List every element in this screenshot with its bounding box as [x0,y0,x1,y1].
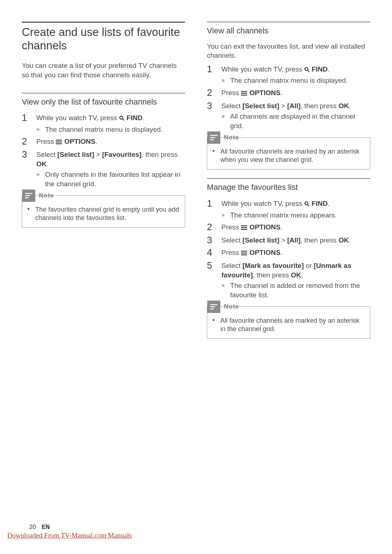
text: While you watch TV, press [36,114,119,122]
text: Press [221,223,241,231]
text: . [349,102,351,110]
text: . [281,89,282,97]
result-arrow-icon: » [221,281,230,300]
page-number: 20 [29,524,36,531]
note-box: Note •All favourite channels are marked … [207,137,370,170]
note-box: Note •All favourite channels are marked … [207,306,370,339]
section-title: View only the list of favourite channels [22,97,185,107]
note-icon [207,301,220,313]
menu-item: [Select list] [242,102,279,110]
note-text: All favourite channels are marked by an … [220,147,365,164]
rule [207,22,370,22]
find-icon [304,65,310,75]
svg-line-23 [308,204,310,206]
bullet-icon: • [212,147,217,164]
result: Only channels in the favourites list app… [45,170,185,188]
step: While you watch TV, press FIND. »The cha… [207,198,370,220]
language-label: EN [42,524,50,530]
result-arrow-icon: » [36,125,45,134]
text: > [279,102,287,110]
step: While you watch TV, press FIND. »The cha… [207,64,370,85]
text: > [94,151,102,158]
steps-list: While you watch TV, press FIND. »The cha… [207,198,370,300]
button-label: OPTIONS [248,89,281,97]
bullet-icon: • [27,205,32,223]
button-label: OK [36,160,47,168]
step: Select [Select list] > [Favourites], the… [22,149,185,189]
text: . [281,249,282,256]
text: Press [221,249,241,256]
menu-item: [Mark as favourite] [242,262,304,269]
main-title: Create and use lists of favourite channe… [22,25,185,52]
download-link[interactable]: Downloaded From TV-Manual.com Manuals [7,531,132,539]
text: Select [36,151,57,158]
text: . [143,114,144,122]
find-icon [119,114,124,123]
button-label: FIND [124,114,143,122]
text: or [304,262,314,269]
rule [22,93,185,93]
button-label: FIND [310,200,328,207]
rule [22,22,185,23]
left-column: Create and use lists of favourite channe… [22,22,185,347]
section-title: View all channels [207,26,370,36]
page-footer: 20 EN Downloaded From TV-Manual.com Manu… [7,531,392,539]
note-label: Note [224,303,239,310]
button-label: OK [339,236,349,244]
note-text: The favourites channel grid is empty unt… [35,205,180,223]
button-label: OPTIONS [62,138,95,145]
note-text: All favourite channels are marked by an … [220,317,365,334]
section-intro: You can exit the favourites list, and vi… [207,42,370,60]
text: Select [221,262,242,269]
options-icon [241,89,248,98]
bullet-icon: • [212,317,217,334]
menu-item: [Select list] [242,236,279,244]
button-label: OK [291,271,301,279]
text: . [47,160,49,168]
text: While you watch TV, press [221,200,304,207]
step: Press OPTIONS. [207,247,370,258]
note-icon [22,190,35,202]
find-icon [304,200,310,209]
manual-page: Create and use lists of favourite channe… [0,0,392,347]
svg-point-0 [120,116,123,119]
step: Select [Select list] > [All], then press… [207,235,370,245]
note-icon [207,131,220,144]
text: > [279,236,287,244]
options-icon [241,223,248,233]
text: . [328,200,330,207]
menu-item: [Favourites] [102,151,142,158]
text: Select [221,236,242,244]
options-icon [56,138,62,147]
note-label: Note [39,192,54,199]
result-arrow-icon: » [221,211,230,220]
main-intro: You can create a list of your preferred … [22,61,185,80]
svg-point-22 [305,202,308,205]
svg-line-1 [123,119,124,121]
result-arrow-icon: » [221,76,230,85]
steps-list: While you watch TV, press FIND. »The cha… [207,64,370,131]
text: . [328,65,330,73]
section-title: Manage the favourites list [207,182,370,192]
text: Press [36,138,56,145]
result: The channel is added or removed from the… [230,281,370,300]
result: The channel matrix menu is displayed. [45,125,185,134]
step: Press OPTIONS. [22,136,185,147]
text: . [301,271,303,279]
svg-line-12 [308,70,310,72]
text: , then press [301,236,339,244]
button-label: OPTIONS [248,249,281,256]
right-column: View all channels You can exit the favou… [207,22,370,347]
text: , then press [301,102,339,110]
step: Press OPTIONS. [207,222,370,233]
rule [207,178,370,179]
text: . [281,223,282,231]
result-arrow-icon: » [221,112,230,130]
button-label: OPTIONS [248,223,281,231]
menu-item: [All] [287,236,301,244]
text: . [95,138,97,145]
button-label: FIND [310,65,328,73]
options-icon [241,249,248,258]
result: The channel matrix menu appears. [230,211,370,220]
text: While you watch TV, press [221,65,304,73]
